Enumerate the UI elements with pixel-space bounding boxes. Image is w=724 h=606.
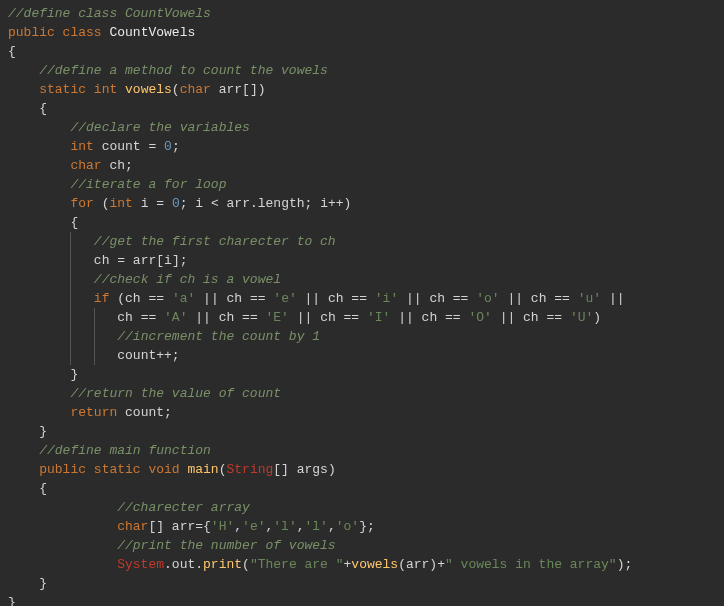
code-token: String	[226, 462, 273, 477]
code-token	[8, 557, 117, 572]
code-line: //get the first charecter to ch	[8, 232, 716, 251]
code-token: i	[195, 196, 203, 211]
code-token	[8, 576, 39, 591]
code-token: ||	[297, 291, 328, 306]
code-token: public	[39, 462, 94, 477]
code-token: ==	[133, 310, 164, 325]
code-token	[8, 291, 70, 306]
code-token	[8, 386, 70, 401]
code-line: {	[8, 213, 716, 232]
code-line: {	[8, 479, 716, 498]
code-token: ch	[227, 291, 243, 306]
code-token: vowels	[351, 557, 398, 572]
code-token: //check if ch is a vowel	[94, 272, 281, 287]
code-token: []	[148, 519, 171, 534]
code-token: };	[359, 519, 375, 534]
code-token: ch	[109, 158, 125, 173]
code-token: args	[297, 462, 328, 477]
code-token: vowels	[125, 82, 172, 97]
code-token: ,	[234, 519, 242, 534]
code-token	[8, 234, 70, 249]
code-token: CountVowels	[109, 25, 195, 40]
code-token: ==	[539, 310, 570, 325]
code-token: //charecter array	[117, 500, 250, 515]
code-block: //define class CountVowelspublic class C…	[8, 4, 716, 606]
code-token: =	[148, 196, 171, 211]
code-token: ={	[195, 519, 211, 534]
code-token: +	[437, 557, 445, 572]
code-line: //print the number of vowels	[8, 536, 716, 555]
code-token: 'o'	[476, 291, 499, 306]
code-token: {	[70, 215, 78, 230]
code-token: char	[117, 519, 148, 534]
code-token: .	[250, 196, 258, 211]
code-token: //get the first charecter to ch	[94, 234, 336, 249]
code-token: 'l'	[305, 519, 328, 534]
code-token: ;	[172, 139, 180, 154]
code-token	[8, 519, 117, 534]
code-token: ,	[328, 519, 336, 534]
code-token: }	[8, 595, 16, 606]
code-token: {	[39, 481, 47, 496]
code-token: count	[117, 348, 156, 363]
code-token: char	[180, 82, 219, 97]
code-token: [])	[242, 82, 265, 97]
code-line: //return the value of count	[8, 384, 716, 403]
code-token	[70, 234, 93, 249]
code-token	[70, 253, 93, 268]
code-token: count	[102, 139, 141, 154]
code-token: ch	[117, 310, 133, 325]
code-token: }	[70, 367, 78, 382]
code-token: class	[63, 25, 110, 40]
code-line: }	[8, 365, 716, 384]
code-line: //iterate a for loop	[8, 175, 716, 194]
code-token: 0	[172, 196, 180, 211]
code-line: {	[8, 42, 716, 61]
code-token: =	[109, 253, 132, 268]
code-token: )	[429, 557, 437, 572]
code-token: ch	[328, 291, 344, 306]
code-token: ch	[94, 253, 110, 268]
code-token	[8, 348, 70, 363]
code-token: 'a'	[172, 291, 195, 306]
code-line: int count = 0;	[8, 137, 716, 156]
code-token: ||	[187, 310, 218, 325]
code-token: )	[593, 310, 601, 325]
code-token: ==	[546, 291, 577, 306]
code-token: 'U'	[570, 310, 593, 325]
code-token: //define a method to count the vowels	[39, 63, 328, 78]
code-line: char ch;	[8, 156, 716, 175]
code-token: ==	[141, 291, 172, 306]
code-token: System	[117, 557, 164, 572]
code-line: char[] arr={'H','e','l','l','o'};	[8, 517, 716, 536]
code-line: for (int i = 0; i < arr.length; i++)	[8, 194, 716, 213]
code-token: //define main function	[39, 443, 211, 458]
code-token: 'O'	[468, 310, 491, 325]
code-token: ++	[328, 196, 344, 211]
code-token	[8, 158, 70, 173]
code-token: )	[328, 462, 336, 477]
code-line: if (ch == 'a' || ch == 'e' || ch == 'i' …	[8, 289, 716, 308]
code-token: count	[125, 405, 164, 420]
code-token: 'H'	[211, 519, 234, 534]
code-token	[94, 310, 117, 325]
code-token: .	[164, 557, 172, 572]
code-token: 'i'	[375, 291, 398, 306]
code-token: ch	[531, 291, 547, 306]
code-token: .	[195, 557, 203, 572]
code-token: 'E'	[266, 310, 289, 325]
code-token	[8, 424, 39, 439]
code-token: //declare the variables	[70, 120, 249, 135]
code-line: count++;	[8, 346, 716, 365]
code-token: int	[109, 196, 140, 211]
code-token: (	[117, 291, 125, 306]
code-token: }	[39, 576, 47, 591]
code-token: (	[398, 557, 406, 572]
code-token: {	[8, 44, 16, 59]
code-token: 'e'	[273, 291, 296, 306]
code-line: //define a method to count the vowels	[8, 61, 716, 80]
code-token: ==	[344, 291, 375, 306]
code-token	[8, 120, 70, 135]
code-token: ==	[234, 310, 265, 325]
code-token: //define class CountVowels	[8, 6, 211, 21]
